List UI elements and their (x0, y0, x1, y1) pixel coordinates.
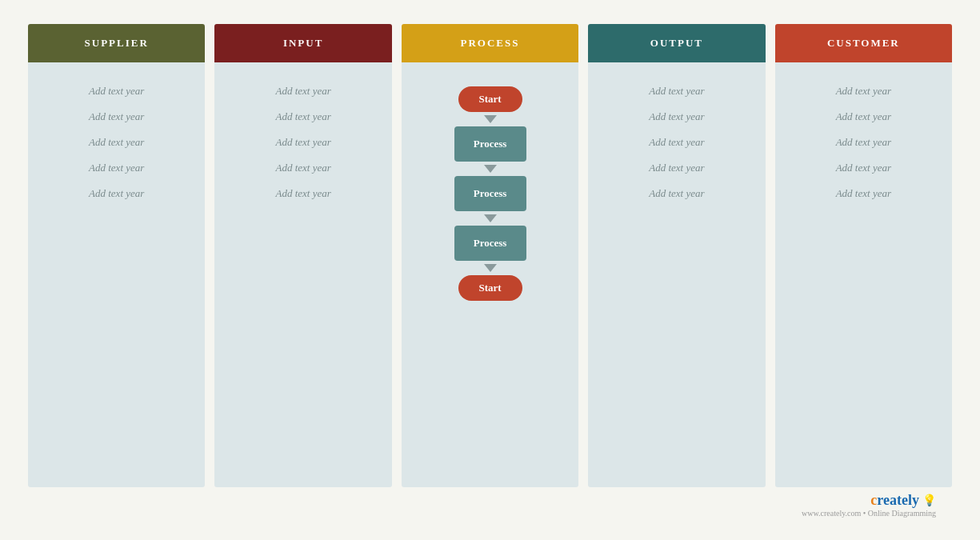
output-header: OUTPUT (588, 24, 765, 62)
list-item[interactable]: Add text year (600, 136, 753, 149)
footer-row: creately 💡 (28, 492, 936, 509)
list-item[interactable]: Add text year (600, 110, 753, 123)
flow-arrow-3 (484, 214, 497, 222)
flow-arrow-2 (484, 165, 497, 173)
list-item[interactable]: Add text year (787, 85, 940, 98)
customer-header: CUSTOMER (775, 24, 952, 62)
list-item[interactable]: Add text year (226, 162, 379, 174)
flow-process-node-2[interactable]: Process (454, 176, 526, 211)
flow-process-node-1[interactable]: Process (454, 126, 526, 162)
list-item[interactable]: Add text year (787, 187, 940, 200)
output-body: Add text year Add text year Add text yea… (588, 62, 765, 487)
list-item[interactable]: Add text year (787, 110, 940, 123)
list-item[interactable]: Add text year (40, 162, 193, 174)
supplier-header: SUPPLIER (28, 24, 205, 62)
customer-body: Add text year Add text year Add text yea… (775, 62, 952, 487)
flow-arrow-1 (484, 115, 497, 123)
process-body: Start Process Process Process (402, 62, 578, 487)
main-container: SUPPLIER Add text year Add text year Add… (0, 0, 980, 540)
columns-row: SUPPLIER Add text year Add text year Add… (28, 24, 952, 487)
process-flow: Start Process Process Process (414, 78, 566, 301)
flow-start-node[interactable]: Start (458, 86, 522, 112)
input-column: INPUT Add text year Add text year Add te… (214, 24, 391, 487)
list-item[interactable]: Add text year (40, 136, 193, 149)
flow-process-node-3[interactable]: Process (454, 226, 526, 261)
output-column: OUTPUT Add text year Add text year Add t… (588, 24, 765, 487)
flow-end-node[interactable]: Start (458, 275, 522, 301)
footer: creately 💡 www.creately.com • Online Dia… (28, 487, 952, 524)
list-item[interactable]: Add text year (600, 85, 753, 98)
list-item[interactable]: Add text year (226, 85, 379, 98)
process-column: PROCESS Start Process Process (402, 24, 578, 487)
footer-tagline: www.creately.com • Online Diagramming (28, 509, 936, 518)
list-item[interactable]: Add text year (226, 187, 379, 200)
list-item[interactable]: Add text year (226, 110, 379, 123)
input-header: INPUT (214, 24, 391, 62)
list-item[interactable]: Add text year (40, 187, 193, 200)
list-item[interactable]: Add text year (600, 162, 753, 174)
supplier-body: Add text year Add text year Add text yea… (28, 62, 205, 487)
list-item[interactable]: Add text year (787, 136, 940, 149)
list-item[interactable]: Add text year (40, 110, 193, 123)
list-item[interactable]: Add text year (40, 85, 193, 98)
input-body: Add text year Add text year Add text yea… (214, 62, 391, 487)
flow-arrow-4 (484, 264, 497, 272)
list-item[interactable]: Add text year (787, 162, 940, 174)
process-header: PROCESS (402, 24, 578, 62)
brand-name[interactable]: creately (870, 492, 919, 509)
list-item[interactable]: Add text year (226, 136, 379, 149)
customer-column: CUSTOMER Add text year Add text year Add… (775, 24, 952, 487)
list-item[interactable]: Add text year (600, 187, 753, 200)
supplier-column: SUPPLIER Add text year Add text year Add… (28, 24, 205, 487)
bulb-icon: 💡 (922, 494, 936, 507)
